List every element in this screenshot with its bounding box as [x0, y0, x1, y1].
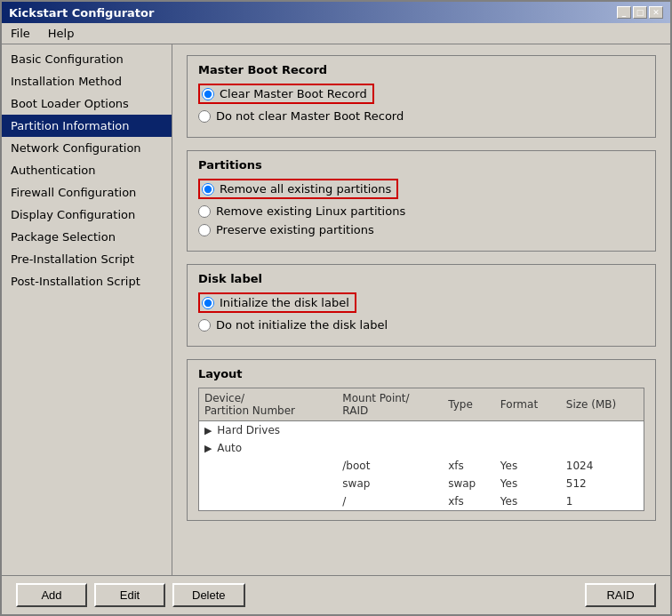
empty-cell	[443, 421, 495, 440]
expand-icon[interactable]: ▶	[204, 443, 212, 454]
sidebar-item-package-selection[interactable]: Package Selection	[2, 226, 172, 248]
col-header-device: Device/Partition Number	[199, 388, 337, 421]
partition-device-cell	[199, 457, 337, 475]
partitions-remove-linux-radio[interactable]	[198, 205, 211, 218]
partition-format-cell: Yes	[495, 492, 561, 510]
disk-label-noinit-label[interactable]: Do not initialize the disk label	[216, 318, 388, 332]
empty-cell	[561, 421, 644, 440]
partitions-section-title: Partitions	[198, 158, 644, 172]
table-row: / xfs Yes 1	[199, 492, 644, 510]
sidebar-item-post-installation-script[interactable]: Post-Installation Script	[2, 270, 172, 292]
disk-label-init-label[interactable]: Initialize the disk label	[220, 296, 349, 309]
menu-bar: File Help	[2, 23, 670, 44]
mbr-clear-highlighted: Clear Master Boot Record	[198, 84, 374, 104]
edit-button[interactable]: Edit	[94, 583, 165, 607]
empty-cell	[495, 421, 561, 440]
partition-type-cell: swap	[443, 475, 495, 492]
partition-type-cell: xfs	[443, 457, 495, 475]
partitions-remove-all-label[interactable]: Remove all existing partitions	[220, 182, 391, 196]
partitions-remove-all-highlighted: Remove all existing partitions	[198, 179, 398, 199]
partition-device-cell	[199, 492, 337, 510]
mbr-clear-label[interactable]: Clear Master Boot Record	[220, 87, 367, 100]
mbr-clear-option: Clear Master Boot Record	[198, 84, 644, 104]
partition-size-cell: 1	[561, 492, 644, 510]
sidebar-item-partition-information[interactable]: Partition Information	[2, 115, 172, 137]
partition-size-cell: 512	[561, 475, 644, 492]
mbr-section-title: Master Boot Record	[198, 63, 644, 76]
sidebar-item-pre-installation-script[interactable]: Pre-Installation Script	[2, 248, 172, 270]
partitions-remove-linux-option: Remove existing Linux partitions	[198, 204, 644, 218]
mbr-noclear-option: Do not clear Master Boot Record	[198, 109, 644, 123]
col-header-size: Size (MB)	[561, 388, 644, 421]
auto-label: Auto	[217, 442, 242, 454]
partition-mount-cell: swap	[337, 475, 443, 492]
auto-cell: ▶ Auto	[199, 439, 337, 457]
raid-button[interactable]: RAID	[585, 583, 656, 607]
expand-icon[interactable]: ▶	[204, 425, 212, 436]
add-button[interactable]: Add	[16, 583, 87, 607]
col-header-mount: Mount Point/RAID	[337, 388, 443, 421]
mbr-noclear-label[interactable]: Do not clear Master Boot Record	[216, 109, 404, 123]
mbr-clear-radio[interactable]	[202, 88, 214, 100]
sidebar-item-basic-configuration[interactable]: Basic Configuration	[2, 48, 172, 70]
partitions-preserve-radio[interactable]	[198, 224, 211, 236]
partition-format-cell: Yes	[495, 475, 561, 492]
partition-mount-cell: /boot	[337, 457, 443, 475]
empty-cell	[561, 439, 644, 457]
disk-label-noinit-option: Do not initialize the disk label	[198, 318, 644, 332]
sidebar-item-firewall-configuration[interactable]: Firewall Configuration	[2, 181, 172, 204]
master-boot-record-section: Master Boot Record Clear Master Boot Rec…	[187, 55, 656, 138]
maximize-button[interactable]: □	[633, 6, 647, 19]
table-row: /boot xfs Yes 1024	[199, 457, 644, 475]
window-title: Kickstart Configurator	[9, 6, 154, 20]
partitions-preserve-label[interactable]: Preserve existing partitions	[216, 223, 374, 236]
main-window: Kickstart Configurator _ □ ✕ File Help B…	[0, 0, 672, 616]
delete-button[interactable]: Delete	[172, 583, 245, 607]
disk-label-section-title: Disk label	[198, 272, 644, 285]
sidebar-item-authentication[interactable]: Authentication	[2, 159, 172, 181]
layout-table-container: Device/Partition Number Mount Point/RAID…	[198, 388, 644, 511]
partitions-preserve-option: Preserve existing partitions	[198, 223, 644, 236]
sidebar-item-boot-loader-options[interactable]: Boot Loader Options	[2, 92, 172, 115]
disk-label-init-radio[interactable]	[202, 297, 214, 309]
sidebar: Basic Configuration Installation Method …	[2, 44, 172, 575]
layout-section: Layout Device/Partition Number Mount Poi…	[187, 359, 656, 521]
col-header-format: Format	[495, 388, 561, 421]
partition-mount-cell: /	[337, 492, 443, 510]
window-controls: _ □ ✕	[617, 6, 663, 19]
table-row: ▶ Hard Drives	[199, 421, 644, 440]
empty-cell	[337, 421, 443, 440]
sidebar-item-installation-method[interactable]: Installation Method	[2, 70, 172, 92]
col-header-type: Type	[443, 388, 495, 421]
empty-cell	[443, 439, 495, 457]
menu-file[interactable]: File	[5, 25, 36, 42]
disk-label-noinit-radio[interactable]	[198, 319, 211, 332]
layout-table: Device/Partition Number Mount Point/RAID…	[199, 388, 644, 510]
disk-label-init-option: Initialize the disk label	[198, 292, 644, 313]
sidebar-item-display-configuration[interactable]: Display Configuration	[2, 204, 172, 226]
disk-label-init-highlighted: Initialize the disk label	[198, 292, 356, 313]
partitions-remove-all-option: Remove all existing partitions	[198, 179, 644, 199]
title-bar: Kickstart Configurator _ □ ✕	[2, 2, 670, 23]
partitions-remove-all-radio[interactable]	[202, 183, 214, 196]
bottom-buttons: Add Edit Delete RAID	[2, 575, 670, 614]
layout-section-title: Layout	[198, 367, 644, 380]
partition-size-cell: 1024	[561, 457, 644, 475]
partition-format-cell: Yes	[495, 457, 561, 475]
empty-cell	[495, 439, 561, 457]
partition-type-cell: xfs	[443, 492, 495, 510]
minimize-button[interactable]: _	[617, 6, 631, 19]
hard-drives-cell: ▶ Hard Drives	[199, 421, 337, 440]
table-row: ▶ Auto	[199, 439, 644, 457]
partition-device-cell	[199, 475, 337, 492]
main-content: Basic Configuration Installation Method …	[2, 44, 670, 575]
partitions-remove-linux-label[interactable]: Remove existing Linux partitions	[216, 204, 405, 218]
close-button[interactable]: ✕	[649, 6, 663, 19]
menu-help[interactable]: Help	[43, 25, 80, 42]
disk-label-section: Disk label Initialize the disk label Do …	[187, 264, 656, 347]
hard-drives-label: Hard Drives	[217, 424, 280, 436]
mbr-noclear-radio[interactable]	[198, 110, 211, 123]
sidebar-item-network-configuration[interactable]: Network Configuration	[2, 137, 172, 159]
table-row: swap swap Yes 512	[199, 475, 644, 492]
right-panel: Master Boot Record Clear Master Boot Rec…	[172, 44, 670, 575]
